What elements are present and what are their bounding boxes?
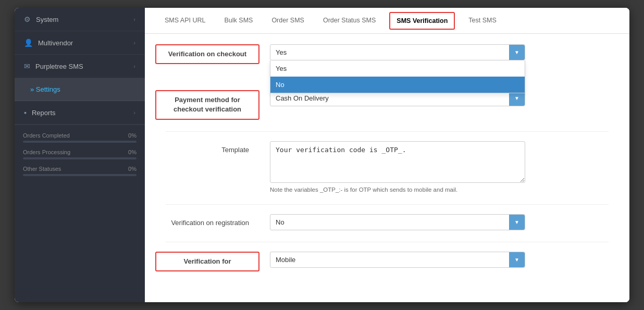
template-label: Template <box>155 141 259 155</box>
chevron-icon: › <box>133 63 135 69</box>
orders-processing-label: Orders Processing <box>23 149 70 155</box>
payment-method-row: Payment method for checkout verification… <box>166 90 609 119</box>
verification-registration-row: Verification on registration No ▼ <box>166 214 609 230</box>
verification-registration-control: No ▼ <box>270 214 609 230</box>
template-textarea[interactable]: Your verification code is _OTP_. <box>270 141 525 183</box>
separator-1 <box>166 131 609 132</box>
sidebar-label-settings: » Settings <box>30 85 60 93</box>
sidebar: ⚙ System › 👤 Multivendor › ✉ Purpletree … <box>15 8 145 302</box>
tab-test-sms[interactable]: Test SMS <box>459 8 506 34</box>
dropdown-option-yes[interactable]: Yes <box>270 60 525 77</box>
orders-completed-bar-bg <box>23 141 137 143</box>
chevron-icon: › <box>133 40 135 46</box>
sidebar-label-purpletree: Purpletree SMS <box>35 63 83 70</box>
template-control: Your verification code is _OTP_. Note th… <box>270 141 609 193</box>
sidebar-label-system: System <box>36 16 58 23</box>
form-content: Verification on checkout Yes ▼ Yes No <box>145 34 629 302</box>
payment-method-label: Payment method for checkout verification <box>155 90 259 119</box>
orders-completed-value: 0% <box>128 132 137 139</box>
orders-processing-bar-bg <box>23 157 137 159</box>
template-row: Template Your verification code is _OTP_… <box>166 141 609 193</box>
user-icon: 👤 <box>24 39 33 47</box>
verification-registration-label-wrap: Verification on registration <box>166 214 270 228</box>
sidebar-item-multivendor[interactable]: 👤 Multivendor › <box>15 31 145 55</box>
progress-section: Orders Completed 0% Orders Processing 0% <box>15 125 145 302</box>
sidebar-item-reports[interactable]: ▪ Reports › <box>15 101 145 125</box>
verification-registration-label: Verification on registration <box>155 214 259 228</box>
orders-completed-row: Orders Completed 0% <box>23 132 137 143</box>
orders-processing-value: 0% <box>128 149 137 155</box>
verification-registration-dropdown: No ▼ <box>270 214 609 230</box>
other-statuses-value: 0% <box>128 166 137 172</box>
chevron-icon: › <box>133 16 135 22</box>
verification-for-display[interactable]: Mobile ▼ <box>270 252 525 268</box>
email-icon: ✉ <box>24 62 30 70</box>
verification-checkout-label-wrap: Verification on checkout <box>166 44 270 64</box>
payment-method-label-wrap: Payment method for checkout verification <box>166 90 270 119</box>
verification-for-label: Verification for <box>155 252 259 271</box>
chevron-icon: › <box>133 109 135 116</box>
separator-2 <box>166 204 609 205</box>
verification-checkout-options: Yes No <box>270 60 525 93</box>
verification-checkout-control: Yes ▼ Yes No <box>270 44 609 60</box>
chart-icon: ▪ <box>24 108 27 117</box>
main-window: ⚙ System › 👤 Multivendor › ✉ Purpletree … <box>15 8 629 302</box>
template-note: Note the variables _OTP_:- is for OTP wh… <box>270 187 609 193</box>
tab-order-status-sms[interactable]: Order Status SMS <box>314 8 385 34</box>
gear-icon: ⚙ <box>24 15 31 23</box>
verification-checkout-label: Verification on checkout <box>155 44 259 64</box>
tab-sms-verification[interactable]: SMS Verification <box>389 12 455 30</box>
other-statuses-label: Other Statuses <box>23 166 61 172</box>
verification-for-arrow[interactable]: ▼ <box>509 252 525 267</box>
verification-checkout-display[interactable]: Yes ▼ <box>270 44 525 60</box>
verification-registration-arrow[interactable]: ▼ <box>509 215 525 230</box>
dropdown-option-no[interactable]: No <box>270 77 525 93</box>
orders-processing-row: Orders Processing 0% <box>23 149 137 159</box>
tab-sms-api-url[interactable]: SMS API URL <box>155 8 215 34</box>
tab-order-sms[interactable]: Order SMS <box>262 8 314 34</box>
sidebar-label-multivendor: Multivendor <box>38 39 73 47</box>
separator-3 <box>166 242 609 242</box>
tabs-bar: SMS API URL Bulk SMS Order SMS Order Sta… <box>145 8 629 34</box>
sidebar-label-reports: Reports <box>32 109 56 117</box>
sidebar-item-system[interactable]: ⚙ System › <box>15 8 145 31</box>
orders-completed-label: Orders Completed <box>23 132 70 139</box>
sidebar-item-settings[interactable]: » Settings <box>15 78 145 101</box>
other-statuses-bar-bg <box>23 174 137 176</box>
main-panel: SMS API URL Bulk SMS Order SMS Order Sta… <box>145 8 629 302</box>
verification-for-label-wrap: Verification for <box>166 252 270 271</box>
tab-bulk-sms[interactable]: Bulk SMS <box>215 8 263 34</box>
template-label-wrap: Template <box>166 141 270 155</box>
verification-for-dropdown: Mobile ▼ <box>270 252 609 268</box>
verification-checkout-row: Verification on checkout Yes ▼ Yes No <box>166 44 609 64</box>
verification-checkout-arrow[interactable]: ▼ <box>509 45 525 60</box>
verification-checkout-dropdown: Yes ▼ Yes No <box>270 44 609 60</box>
verification-for-control: Mobile ▼ <box>270 252 609 268</box>
verification-for-row: Verification for Mobile ▼ <box>166 252 609 271</box>
sidebar-item-purpletree[interactable]: ✉ Purpletree SMS › <box>15 55 145 78</box>
verification-registration-display[interactable]: No ▼ <box>270 214 525 230</box>
other-statuses-row: Other Statuses 0% <box>23 166 137 176</box>
